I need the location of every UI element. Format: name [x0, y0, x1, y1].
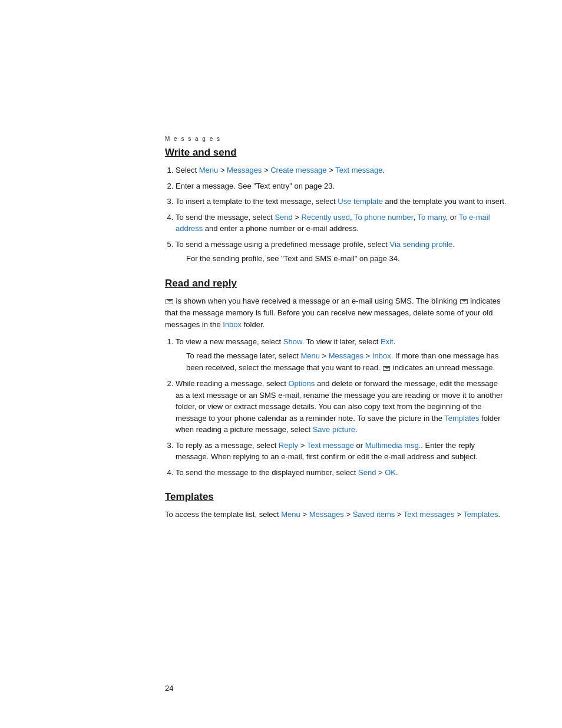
text-message-link-2[interactable]: Text message	[307, 441, 354, 450]
options-link[interactable]: Options	[288, 379, 315, 388]
menu-link-2[interactable]: Menu	[300, 351, 320, 360]
page: M e s s a g e s Write and send Select Me…	[0, 0, 562, 728]
read-step-2: While reading a message, select Options …	[176, 378, 507, 436]
recently-used-link[interactable]: Recently used	[302, 213, 350, 222]
use-template-link[interactable]: Use template	[338, 197, 383, 206]
templates-section: Templates To access the template list, s…	[165, 491, 507, 521]
create-message-link[interactable]: Create message	[270, 166, 326, 174]
write-and-send-section: Write and send Select Menu > Messages > …	[165, 147, 507, 265]
envelope-icon-2	[460, 299, 468, 304]
templates-title: Templates	[165, 491, 507, 503]
send-link-1[interactable]: Send	[275, 213, 292, 222]
via-sending-profile-link[interactable]: Via sending profile	[390, 240, 453, 249]
text-message-link-1[interactable]: Text message	[335, 166, 382, 174]
read-and-reply-section: Read and reply is shown when you have re…	[165, 278, 507, 478]
read-reply-list: To view a new message, select Show. To v…	[176, 336, 507, 479]
step-3: To insert a template to the text message…	[176, 196, 507, 207]
step-4: To send the message, select Send > Recen…	[176, 212, 507, 235]
multimedia-link[interactable]: Multimedia msg.	[365, 441, 421, 450]
show-link[interactable]: Show	[283, 337, 302, 346]
read-reply-intro: is shown when you have received a messag…	[165, 295, 507, 331]
envelope-icon-1	[166, 299, 173, 304]
save-picture-link[interactable]: Save picture	[313, 425, 355, 434]
menu-link-3[interactable]: Menu	[281, 510, 300, 519]
text-messages-link[interactable]: Text messages	[404, 510, 455, 519]
reply-link[interactable]: Reply	[279, 441, 298, 450]
write-and-send-title: Write and send	[165, 147, 507, 159]
read-step-1: To view a new message, select Show. To v…	[176, 336, 507, 374]
write-and-send-list: Select Menu > Messages > Create message …	[176, 164, 507, 265]
section-label: M e s s a g e s	[165, 136, 507, 142]
inbox-link-1[interactable]: Inbox	[223, 320, 242, 329]
content-area: M e s s a g e s Write and send Select Me…	[165, 136, 507, 533]
templates-link-1[interactable]: Templates	[444, 414, 479, 423]
read-step-3: To reply as a message, select Reply > Te…	[176, 440, 507, 463]
templates-link-2[interactable]: Templates	[463, 510, 498, 519]
ok-link[interactable]: OK	[385, 468, 396, 477]
templates-text: To access the template list, select Menu…	[165, 509, 507, 521]
to-many-link[interactable]: To many	[417, 213, 445, 222]
send-link-2[interactable]: Send	[358, 468, 376, 477]
read-and-reply-title: Read and reply	[165, 278, 507, 289]
menu-link-1[interactable]: Menu	[199, 166, 219, 174]
messages-link-3[interactable]: Messages	[309, 510, 344, 519]
inbox-link-2[interactable]: Inbox	[372, 351, 391, 360]
exit-link[interactable]: Exit	[381, 337, 394, 346]
page-number: 24	[165, 684, 173, 693]
step-5: To send a message using a predefined mes…	[176, 239, 507, 265]
read-step-1-sub: To read the message later, select Menu >…	[186, 350, 507, 374]
read-step-4: To send the message to the displayed num…	[176, 467, 507, 479]
step-2: Enter a message. See "Text entry" on pag…	[176, 180, 507, 192]
step-5-sub: For the sending profile, see "Text and S…	[186, 253, 507, 265]
step-1: Select Menu > Messages > Create message …	[176, 164, 507, 176]
envelope-icon-3	[383, 366, 390, 371]
messages-link-2[interactable]: Messages	[329, 351, 363, 360]
to-phone-number-link[interactable]: To phone number	[354, 213, 413, 222]
saved-items-link[interactable]: Saved items	[353, 510, 395, 519]
messages-link-1[interactable]: Messages	[227, 166, 262, 174]
